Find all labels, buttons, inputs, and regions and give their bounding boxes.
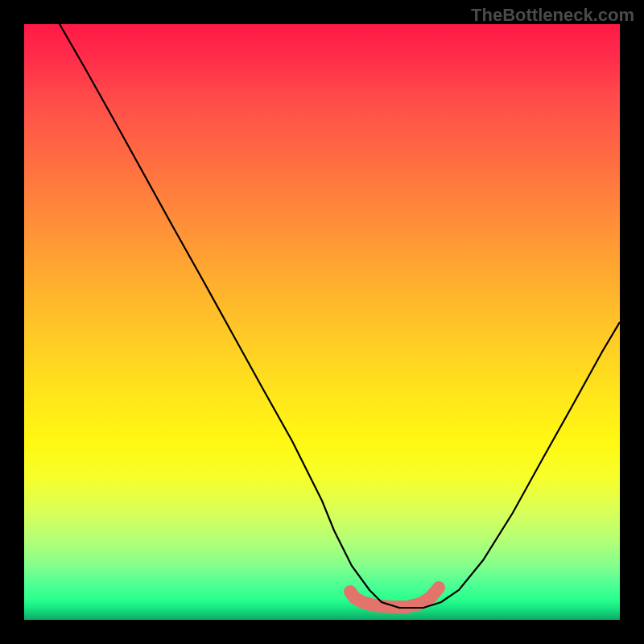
chart-svg [24, 24, 620, 620]
optimal-range-marker [350, 588, 439, 607]
chart-plot-area [24, 24, 620, 620]
watermark-text: TheBottleneck.com [471, 5, 634, 26]
bottleneck-curve [60, 24, 620, 608]
